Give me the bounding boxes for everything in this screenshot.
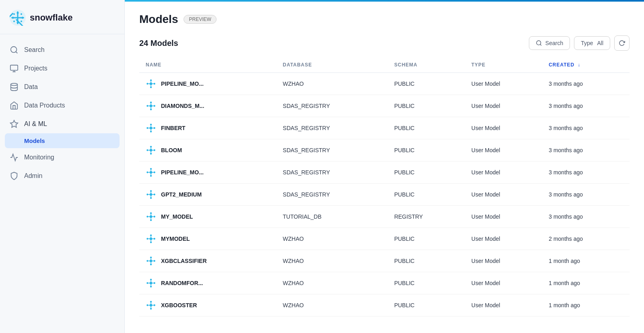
cell-database: WZHAO <box>277 294 388 316</box>
svg-point-63 <box>150 190 152 192</box>
type-filter-button[interactable]: Type All <box>574 36 610 50</box>
svg-point-6 <box>17 22 19 24</box>
svg-point-53 <box>150 171 153 174</box>
cell-type: User Model <box>465 95 542 117</box>
svg-point-64 <box>150 197 152 199</box>
col-database[interactable]: DATABASE <box>277 57 388 73</box>
table-row[interactable]: FINBERT SDAS_REGISTRYPUBLICUser Model3 m… <box>139 117 630 139</box>
svg-point-98 <box>150 282 153 285</box>
refresh-button[interactable] <box>614 35 630 51</box>
toolbar-right: Search Type All <box>529 35 630 51</box>
table-row[interactable]: DIAMONDS_M... SDAS_REGISTRYPUBLICUser Mo… <box>139 95 630 117</box>
svg-point-17 <box>150 83 153 85</box>
model-icon <box>146 211 156 222</box>
sidebar-item-ai-ml[interactable]: AI & ML <box>0 115 124 133</box>
table-toolbar: 24 Models Search Type All <box>139 35 630 51</box>
sidebar-subitem-models[interactable]: Models <box>5 133 120 148</box>
sidebar-item-monitoring[interactable]: Monitoring <box>0 148 124 167</box>
svg-point-12 <box>21 21 22 22</box>
table-row[interactable]: PIPELINE_MO... WZHAOPUBLICUser Model3 mo… <box>139 73 630 95</box>
cell-name: XGBOOSTER <box>139 294 277 316</box>
svg-point-28 <box>150 109 152 110</box>
model-icon <box>146 101 156 111</box>
search-button[interactable]: Search <box>529 36 570 50</box>
table-row[interactable]: MYMODEL WZHAOPUBLICUser Model2 months ag… <box>139 228 630 250</box>
cell-database: SDAS_REGISTRY <box>277 95 388 117</box>
svg-point-74 <box>147 216 148 217</box>
table-row[interactable]: RANDOMFOR... WZHAOPUBLICUser Model1 mont… <box>139 272 630 294</box>
cell-schema: PUBLIC <box>388 161 465 184</box>
svg-point-83 <box>147 238 148 240</box>
svg-point-54 <box>150 168 152 170</box>
cell-created: 3 months ago <box>542 206 630 228</box>
sidebar-item-projects-label: Projects <box>24 65 47 72</box>
table-row[interactable]: GPT2_MEDIUM SDAS_REGISTRYPUBLICUser Mode… <box>139 184 630 206</box>
model-name: PIPELINE_MO... <box>161 81 204 87</box>
page-header: Models PREVIEW <box>139 13 630 26</box>
col-name[interactable]: NAME <box>139 57 277 73</box>
col-schema[interactable]: SCHEMA <box>388 57 465 73</box>
cell-schema: PUBLIC <box>388 272 465 294</box>
sidebar-navigation: Search Projects Data Data Products <box>0 34 124 192</box>
sidebar-item-admin[interactable]: Admin <box>0 167 124 185</box>
sidebar-item-search[interactable]: Search <box>0 41 124 59</box>
svg-point-26 <box>150 105 153 108</box>
cell-name: PIPELINE_MO... <box>139 73 277 95</box>
admin-icon <box>10 172 19 180</box>
svg-point-9 <box>13 13 15 15</box>
svg-point-37 <box>150 131 152 132</box>
cell-type: User Model <box>465 139 542 161</box>
svg-point-102 <box>154 282 155 284</box>
table-row[interactable]: XGBOOSTER WZHAOPUBLICUser Model1 month a… <box>139 294 630 316</box>
svg-point-10 <box>21 13 22 15</box>
search-icon <box>536 40 542 46</box>
svg-point-46 <box>150 153 152 155</box>
cell-created: 3 months ago <box>542 184 630 206</box>
cell-name: MY_MODEL <box>139 206 277 228</box>
table-row[interactable]: XGBCLASSIFIER WZHAOPUBLICUser Model1 mon… <box>139 250 630 272</box>
model-name: BLOOM <box>161 147 182 153</box>
sidebar-item-data-products[interactable]: Data Products <box>0 96 124 115</box>
cell-name: GPT2_MEDIUM <box>139 184 277 206</box>
model-name: PIPELINE_MO... <box>161 169 204 176</box>
search-icon <box>10 46 19 54</box>
svg-point-48 <box>154 149 155 151</box>
preview-badge: PREVIEW <box>184 15 216 24</box>
svg-point-44 <box>150 149 153 152</box>
cell-name: DIAMONDS_M... <box>139 95 277 117</box>
table-row[interactable]: PIPELINE_MO... SDAS_REGISTRYPUBLICUser M… <box>139 161 630 184</box>
col-created[interactable]: CREATED ↓ <box>542 57 630 73</box>
svg-point-47 <box>147 149 148 151</box>
svg-point-55 <box>150 175 152 177</box>
svg-point-56 <box>147 172 148 173</box>
model-name: GPT2_MEDIUM <box>161 191 202 198</box>
model-name: MY_MODEL <box>161 213 193 220</box>
monitoring-icon <box>10 153 19 162</box>
sidebar-item-data[interactable]: Data <box>0 78 124 96</box>
cell-schema: PUBLIC <box>388 117 465 139</box>
svg-point-71 <box>150 215 153 218</box>
cell-database: WZHAO <box>277 73 388 95</box>
cell-schema: PUBLIC <box>388 73 465 95</box>
sidebar-item-search-label: Search <box>24 46 45 54</box>
ai-ml-icon <box>10 120 19 128</box>
svg-point-66 <box>154 194 155 195</box>
table-row[interactable]: BLOOM SDAS_REGISTRYPUBLICUser Model3 mon… <box>139 139 630 161</box>
sidebar-item-projects[interactable]: Projects <box>0 59 124 78</box>
svg-point-62 <box>150 193 153 196</box>
col-type[interactable]: TYPE <box>465 57 542 73</box>
cell-schema: PUBLIC <box>388 250 465 272</box>
model-name: DIAMONDS_M... <box>161 103 204 109</box>
sidebar-item-ai-ml-label: AI & ML <box>24 120 47 128</box>
svg-point-29 <box>147 105 148 107</box>
svg-point-36 <box>150 124 152 125</box>
table-row[interactable]: MY_MODEL TUTORIAL_DBREGISTRYUser Model3 … <box>139 206 630 228</box>
sidebar-item-monitoring-label: Monitoring <box>24 154 54 161</box>
svg-point-57 <box>154 172 155 173</box>
model-icon <box>146 189 156 200</box>
model-icon <box>146 278 156 288</box>
svg-point-108 <box>150 301 152 302</box>
sort-arrow-icon: ↓ <box>578 62 580 68</box>
cell-name: RANDOMFOR... <box>139 272 277 294</box>
model-icon <box>146 234 156 244</box>
